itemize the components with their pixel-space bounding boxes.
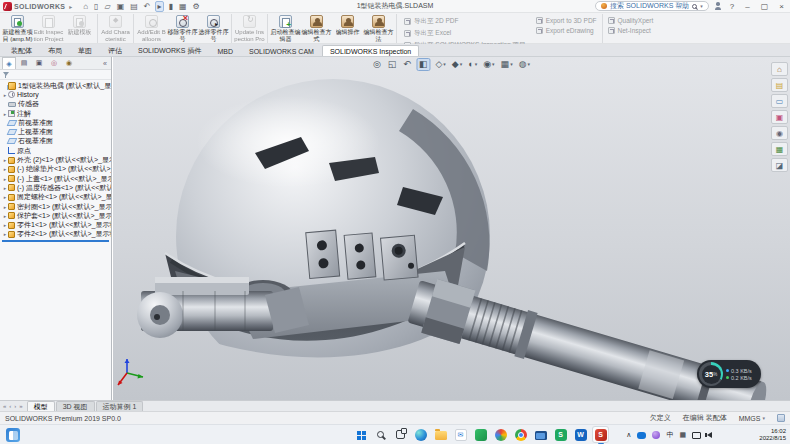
- search-caret-icon[interactable]: ▾: [700, 3, 703, 9]
- tree-item[interactable]: ▸零件1<1> (默认<<默认>_显示状态: [0, 220, 111, 229]
- status-tag-icon[interactable]: [777, 414, 785, 422]
- tree-item[interactable]: 1型铠装热电偶 (默认<默认_显示状态-1: [0, 81, 111, 90]
- tree-item[interactable]: 右视基准面: [0, 137, 111, 146]
- model-canvas[interactable]: [113, 57, 790, 400]
- tree-item[interactable]: ▸零件2<1> (默认<<默认>_显示状: [0, 230, 111, 239]
- tree-item[interactable]: ▸密封圈<1> (默认<<默认>_显示状: [0, 202, 111, 211]
- select-balloons-icon[interactable]: 选择零件序号: [198, 14, 229, 43]
- command-tab[interactable]: 布局: [40, 45, 70, 56]
- featuremanager-tab[interactable]: ◈: [2, 57, 16, 69]
- command-tab[interactable]: SOLIDWORKS Inspection: [322, 45, 419, 56]
- edge-icon[interactable]: [412, 426, 429, 443]
- export-menu-item[interactable]: 导出至 2D PDF: [404, 17, 526, 26]
- command-tab[interactable]: 草图: [70, 45, 100, 56]
- tree-item[interactable]: ▸(-) 上盖<1> (默认<<默认>_显示状: [0, 174, 111, 183]
- document-tab[interactable]: 3D 视图: [56, 401, 95, 411]
- panel-collapse-button[interactable]: «: [103, 60, 109, 67]
- tree-item[interactable]: ▸外壳 (2)<1> (默认<<默认>_显示状: [0, 155, 111, 164]
- propertymanager-tab[interactable]: ▤: [17, 57, 31, 69]
- onedrive-icon[interactable]: [637, 432, 646, 439]
- export-menu-item[interactable]: 导出至 Excel: [404, 29, 526, 38]
- view-palette-icon[interactable]: ▣: [771, 110, 788, 124]
- minimize-button[interactable]: –: [742, 2, 752, 11]
- input-ball-icon[interactable]: [652, 431, 660, 439]
- remove-balloons-icon[interactable]: 移除零件序号: [167, 14, 198, 43]
- widgets-button[interactable]: [6, 428, 20, 442]
- view-orientation-icon[interactable]: ◇▾: [434, 59, 446, 70]
- new-document-icon[interactable]: ▯: [93, 2, 99, 11]
- tab-scroll-arrow-icon[interactable]: «: [2, 403, 7, 409]
- tab-scroll-arrow-icon[interactable]: ‹: [8, 403, 12, 409]
- tree-filter-row[interactable]: [0, 70, 111, 80]
- tab-scroll-arrow-icon[interactable]: »: [18, 403, 23, 409]
- help-button[interactable]: ?: [727, 2, 737, 11]
- file-explorer-icon[interactable]: ▭: [771, 94, 788, 108]
- display-pane-icon[interactable]: ▦: [178, 2, 188, 11]
- appearances-icon[interactable]: ◉: [771, 126, 788, 140]
- section-view-icon[interactable]: ◧: [417, 58, 431, 71]
- search-box[interactable]: 搜索 SOLIDWORKS 帮助 ▾: [595, 1, 709, 11]
- restore-button[interactable]: ▢: [758, 2, 772, 11]
- save-icon[interactable]: ▣: [116, 2, 126, 11]
- open-document-icon[interactable]: ▱: [104, 2, 112, 11]
- solidworks-resources-icon[interactable]: ⌂: [771, 62, 788, 76]
- print-icon[interactable]: ▤: [129, 2, 139, 11]
- custom-properties-icon[interactable]: ▦: [771, 142, 788, 156]
- word-icon[interactable]: W: [572, 426, 589, 443]
- launch-inspection-editor-icon[interactable]: 启动检查编辑器: [270, 14, 301, 43]
- new-inspection-project-icon[interactable]: 新建检查项目 (amp.M): [2, 14, 33, 43]
- displaymanager-tab[interactable]: ◉: [62, 57, 76, 69]
- remote-desktop-icon[interactable]: [532, 426, 549, 443]
- display-cast-icon[interactable]: [692, 432, 701, 439]
- export-menu-item[interactable]: Export to 3D PDF: [536, 17, 597, 24]
- graphics-viewport[interactable]: ◎◱↶◧◇▾◆▾◐▾◉▾▦▾◍▾ ⌂▤▭▣◉▦◪ 35% 0.3 KB/s0.2…: [113, 57, 790, 400]
- tree-item[interactable]: ▸History: [0, 90, 111, 99]
- apply-scene-icon[interactable]: ▦▾: [500, 59, 514, 70]
- command-tab[interactable]: 评估: [100, 45, 130, 56]
- tree-item[interactable]: ▸固定螺栓<1> (默认<<默认>_显示: [0, 193, 111, 202]
- tree-item[interactable]: ▸保护套<1> (默认<<默认>_显示状: [0, 211, 111, 220]
- edit-operations-icon[interactable]: 编辑操作: [332, 14, 363, 43]
- logo-expand-arrow-icon[interactable]: ▸: [69, 3, 72, 10]
- add-edit-balloons-icon[interactable]: Add/Edit Balloons: [136, 14, 167, 43]
- rollback-bar[interactable]: [2, 240, 109, 242]
- start-button[interactable]: [352, 426, 369, 443]
- tray-expand-icon[interactable]: ∧: [626, 431, 631, 439]
- browser-360-icon[interactable]: [492, 426, 509, 443]
- tree-item[interactable]: ▸(-) 绝缘垫片<1> (默认<<默认>_显: [0, 165, 111, 174]
- update-inspection-project-icon[interactable]: Update Inspection Project: [234, 14, 265, 43]
- edit-inspection-project-icon[interactable]: Edit Inspection Project: [33, 14, 64, 43]
- export-menu-item[interactable]: Export eDrawing: [536, 27, 597, 34]
- previous-view-icon[interactable]: ↶: [402, 59, 413, 70]
- undo-icon[interactable]: ↶: [143, 2, 152, 11]
- volume-icon[interactable]: [707, 432, 712, 438]
- tree-item[interactable]: 前视基准面: [0, 118, 111, 127]
- mail-icon[interactable]: ✉: [452, 426, 469, 443]
- document-tab[interactable]: 模型: [27, 401, 55, 411]
- zoom-fit-icon[interactable]: ◎: [372, 59, 383, 70]
- home-icon[interactable]: ⌂: [82, 2, 89, 11]
- edit-appearance-icon[interactable]: ◉▾: [482, 59, 495, 70]
- ime-chinese-indicator[interactable]: 中: [666, 430, 673, 440]
- export-menu-item[interactable]: Net-Inspect: [608, 27, 654, 34]
- tree-item[interactable]: ▸(-) 温度传感器<1> (默认<<默认>_: [0, 183, 111, 192]
- login-icon[interactable]: [714, 2, 722, 10]
- task-view-button[interactable]: [392, 426, 409, 443]
- close-button[interactable]: ×: [776, 2, 787, 11]
- command-tab[interactable]: MBD: [209, 45, 241, 56]
- file-explorer-icon[interactable]: [432, 426, 449, 443]
- add-characteristic-icon[interactable]: Add Characteristic: [100, 14, 131, 43]
- edit-inspection-methods-icon[interactable]: 编辑检查方式: [301, 14, 332, 43]
- wps-icon[interactable]: S: [552, 426, 569, 443]
- edit-inspection-method-icon[interactable]: 编辑检查方法: [363, 14, 394, 43]
- tree-item[interactable]: 传感器: [0, 100, 111, 109]
- taskbar-clock[interactable]: 16:02 2022/8/15: [759, 428, 786, 442]
- tree-item[interactable]: 原点: [0, 146, 111, 155]
- design-library-icon[interactable]: ▤: [771, 78, 788, 92]
- search-button[interactable]: [372, 426, 389, 443]
- export-menu-item[interactable]: QualityXpert: [608, 17, 654, 24]
- tree-item[interactable]: 上视基准面: [0, 127, 111, 136]
- options-icon[interactable]: ⚙: [191, 2, 200, 11]
- view-settings-icon[interactable]: ◍▾: [518, 59, 531, 70]
- select-icon[interactable]: ▸: [155, 1, 163, 12]
